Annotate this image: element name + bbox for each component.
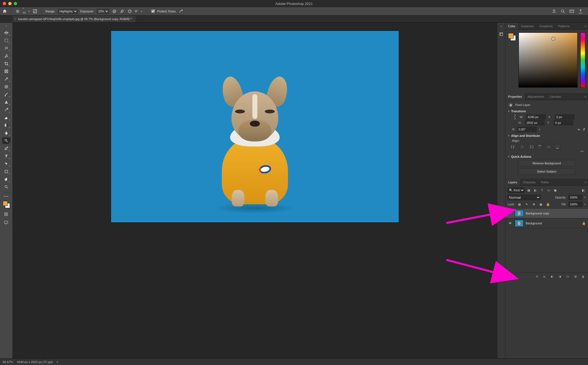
tab-adjustments[interactable]: Adjustments xyxy=(525,93,547,100)
link-wh-icon[interactable] xyxy=(512,115,517,119)
remove-background-button[interactable]: Remove Background xyxy=(518,160,575,167)
more-options-icon[interactable]: ••• xyxy=(508,149,585,153)
marquee-tool[interactable] xyxy=(2,37,10,44)
y-input[interactable] xyxy=(554,120,573,125)
layer-row[interactable]: 👁 Background 🔒 xyxy=(505,218,588,228)
collapse-tools-icon[interactable]: « xyxy=(6,24,7,27)
zoom-tool[interactable] xyxy=(2,184,10,190)
clone-stamp-tool[interactable] xyxy=(2,99,10,105)
lock-artboard-icon[interactable]: ▣ xyxy=(538,202,543,207)
eyedropper-tool[interactable] xyxy=(2,76,10,82)
document-tab[interactable]: × karsten-winegeart-5PVXkqt2s9k-unsplash… xyxy=(13,16,136,22)
workspace-icon[interactable] xyxy=(569,9,574,14)
protect-tones-checkbox[interactable]: Protect Tones xyxy=(150,9,176,14)
lock-transparency-icon[interactable]: ▦ xyxy=(517,202,522,207)
adjustment-layer-icon[interactable]: ◑ xyxy=(558,274,562,279)
crop-tool[interactable] xyxy=(2,60,10,67)
search-icon[interactable] xyxy=(560,9,565,14)
zoom-level[interactable]: 66.67% xyxy=(3,360,13,364)
history-brush-tool[interactable] xyxy=(2,107,10,113)
tab-paths[interactable]: Paths xyxy=(538,179,552,186)
filter-type-icon[interactable]: T xyxy=(540,188,544,193)
pressure-size-icon[interactable] xyxy=(179,9,184,14)
opacity-input[interactable] xyxy=(568,195,582,200)
frame-tool[interactable] xyxy=(2,68,10,75)
share-icon[interactable] xyxy=(578,9,583,14)
path-select-tool[interactable] xyxy=(2,160,10,167)
lock-all-icon[interactable]: 🔒 xyxy=(546,202,551,207)
align-bottom-button[interactable]: ▁ xyxy=(554,144,560,149)
tab-swatches[interactable]: Swatches xyxy=(518,23,537,29)
tab-libraries[interactable]: Libraries xyxy=(547,93,564,100)
doc-dimensions[interactable]: 4240 px x 2832 px (72 ppi) xyxy=(17,360,53,364)
select-subject-button[interactable]: Select Subject xyxy=(518,168,575,175)
chevron-down-icon[interactable]: ▾ xyxy=(508,110,509,113)
gradient-tool[interactable] xyxy=(2,122,10,129)
tab-patterns[interactable]: Patterns xyxy=(555,23,572,29)
history-panel-icon[interactable] xyxy=(498,31,504,37)
close-tab-icon[interactable]: × xyxy=(14,17,16,21)
flip-horizontal-icon[interactable]: ⇋ xyxy=(578,128,580,131)
group-icon[interactable]: ▭ xyxy=(565,274,570,279)
lasso-tool[interactable] xyxy=(2,45,10,51)
healing-brush-tool[interactable] xyxy=(2,83,10,90)
tab-properties[interactable]: Properties xyxy=(505,93,525,100)
align-top-button[interactable]: ▔ xyxy=(537,144,543,149)
layer-mask-icon[interactable]: ◐ xyxy=(550,274,554,279)
filter-adjust-icon[interactable]: ◐ xyxy=(533,188,538,193)
brush-panel-icon[interactable] xyxy=(33,9,37,14)
tab-layers[interactable]: Layers xyxy=(505,179,520,186)
color-swatches[interactable] xyxy=(2,200,10,209)
delete-layer-icon[interactable]: 🗑 xyxy=(581,274,585,279)
fill-input[interactable] xyxy=(568,202,582,207)
filter-pixel-icon[interactable]: ▦ xyxy=(526,188,531,193)
color-field[interactable] xyxy=(519,32,578,88)
width-input[interactable] xyxy=(526,115,546,119)
properties-panel-menu-icon[interactable]: ≡ xyxy=(585,95,586,98)
filter-kind-select[interactable]: 🔍 Kind xyxy=(508,187,525,193)
blur-tool[interactable] xyxy=(2,130,10,136)
expand-panels-icon[interactable]: « xyxy=(500,25,502,28)
layers-panel-menu-icon[interactable]: ≡ xyxy=(585,181,586,184)
layer-thumbnail[interactable] xyxy=(515,210,524,217)
close-window-button[interactable] xyxy=(3,2,6,5)
selection-tool[interactable] xyxy=(2,53,10,59)
visibility-toggle-icon[interactable]: 👁 xyxy=(508,211,513,216)
move-tool[interactable] xyxy=(2,29,10,36)
angle-input[interactable] xyxy=(517,127,536,132)
link-layers-icon[interactable]: ⟲ xyxy=(535,274,539,279)
height-input[interactable] xyxy=(525,120,544,125)
layer-name[interactable]: Background copy xyxy=(526,212,586,215)
align-vcenter-button[interactable]: ― xyxy=(546,144,552,149)
blend-mode-select[interactable]: Normal xyxy=(508,195,541,200)
tab-color[interactable]: Color xyxy=(505,23,518,29)
angle-dial-icon[interactable] xyxy=(127,9,132,14)
filter-shape-icon[interactable]: ▭ xyxy=(546,188,551,193)
tool-preset-icon[interactable] xyxy=(15,9,20,14)
layer-name[interactable]: Background xyxy=(526,222,580,225)
visibility-toggle-icon[interactable]: 👁 xyxy=(508,221,513,226)
flip-vertical-icon[interactable]: ⇵ xyxy=(583,128,585,131)
lock-paint-icon[interactable]: ✎ xyxy=(524,202,529,207)
shape-tool[interactable] xyxy=(2,168,10,175)
canvas-area[interactable] xyxy=(13,23,497,358)
pressure-exposure-icon[interactable] xyxy=(112,9,117,14)
layer-style-icon[interactable]: fx xyxy=(542,274,547,279)
brush-tool[interactable] xyxy=(2,91,10,98)
align-hcenter-button[interactable]: ｜ xyxy=(519,144,525,149)
color-panel-menu-icon[interactable]: ≡ xyxy=(585,24,586,28)
hue-slider[interactable] xyxy=(580,32,585,88)
canvas[interactable] xyxy=(111,31,399,222)
layer-row[interactable]: 👁 Background copy xyxy=(505,208,588,218)
home-icon[interactable] xyxy=(2,9,7,14)
color-fg-bg-swatch[interactable] xyxy=(508,33,516,41)
maximize-window-button[interactable] xyxy=(14,2,17,5)
align-right-button[interactable]: ▕▕ xyxy=(528,144,534,149)
eraser-tool[interactable] xyxy=(2,114,10,121)
tab-gradients[interactable]: Gradients xyxy=(537,23,555,29)
align-left-button[interactable]: ▏▏ xyxy=(510,144,516,149)
status-flyout-icon[interactable]: ▸ xyxy=(57,360,58,364)
airbrush-icon[interactable] xyxy=(120,9,125,14)
cloud-docs-icon[interactable] xyxy=(552,9,557,14)
dodge-tool[interactable] xyxy=(2,137,10,144)
